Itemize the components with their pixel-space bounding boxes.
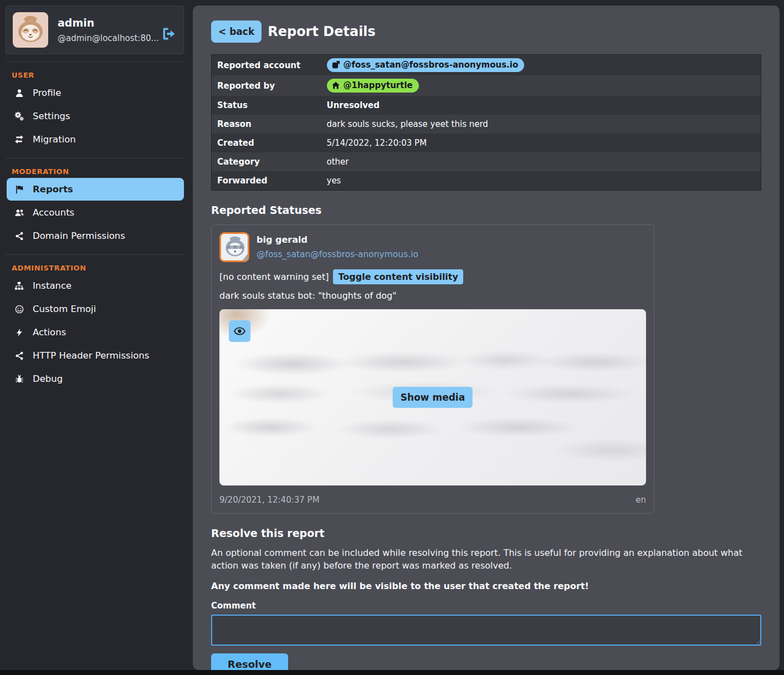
sidebar-item-label: HTTP Header Permissions — [33, 350, 149, 361]
table-row: Reported account @foss_satan@fossbros-an… — [212, 55, 761, 76]
face-smile-icon — [14, 304, 24, 314]
reported-status-card: big gerald @foss_satan@fossbros-anonymou… — [211, 224, 654, 514]
row-label: Reason — [212, 115, 321, 134]
row-value: @1happyturtle — [321, 75, 761, 96]
share-nodes-icon — [14, 351, 24, 360]
sidebar-item-label: Reports — [33, 184, 73, 195]
reported-statuses-heading: Reported Statuses — [211, 204, 761, 216]
back-button[interactable]: < back — [211, 21, 262, 43]
sidebar-item-label: Settings — [33, 111, 70, 121]
sidebar-item-reports[interactable]: Reports — [7, 178, 184, 201]
divider — [6, 254, 184, 255]
home-icon — [332, 81, 340, 89]
resolve-description: An optional comment can be included whil… — [211, 546, 761, 572]
panel-header: < back Report Details — [211, 21, 761, 43]
share-nodes-icon — [14, 231, 24, 241]
forwarded-value: yes — [321, 171, 761, 190]
bolt-icon — [14, 328, 24, 337]
page-footer-strip — [0, 670, 784, 675]
divider — [6, 62, 184, 62]
status-media-blurred[interactable]: Show media — [219, 309, 646, 485]
sidebar-item-label: Debug — [33, 374, 63, 384]
category-value: other — [321, 152, 761, 171]
content-warning-text: [no content warning set] — [219, 272, 329, 282]
sidebar-item-accounts[interactable]: Accounts — [7, 201, 184, 224]
external-link-icon — [332, 61, 340, 69]
sidebar-item-label: Profile — [33, 88, 61, 98]
sidebar-item-label: Custom Emoji — [33, 304, 96, 314]
status-timestamp: 9/20/2021, 12:40:37 PM — [219, 495, 320, 505]
nav-section-user: USER — [12, 71, 184, 79]
user-name: admin — [58, 17, 159, 29]
sidebar: admin @admin@localhost:80... USER Profil… — [0, 0, 193, 670]
comment-input[interactable] — [211, 615, 761, 646]
eye-icon — [233, 325, 246, 338]
reason-value: dark souls sucks, please yeet this nerd — [321, 115, 761, 134]
sidebar-item-custom-emoji[interactable]: Custom Emoji — [7, 298, 184, 320]
avatar — [13, 12, 48, 48]
user-card[interactable]: admin @admin@localhost:80... — [6, 6, 184, 54]
content-warning-row: [no content warning set] Toggle content … — [212, 268, 654, 290]
row-label: Reported by — [212, 75, 321, 96]
status-header: big gerald @foss_satan@fossbros-anonymou… — [212, 225, 654, 268]
table-row: Created 5/14/2022, 12:20:03 PM — [212, 134, 761, 152]
sidebar-item-profile[interactable]: Profile — [7, 81, 184, 104]
sidebar-item-instance[interactable]: Instance — [7, 274, 184, 297]
status-display-name: big gerald — [257, 234, 418, 245]
sidebar-item-label: Actions — [33, 327, 66, 338]
sidebar-item-label: Migration — [33, 134, 76, 145]
sidebar-item-label: Instance — [33, 280, 71, 291]
reported-account-pill[interactable]: @foss_satan@fossbros-anonymous.io — [327, 58, 525, 72]
logout-icon[interactable] — [162, 27, 176, 40]
status-avatar — [219, 232, 249, 262]
table-row: Forwarded yes — [212, 171, 761, 190]
status-footer: 9/20/2021, 12:40:37 PM en — [212, 485, 654, 513]
status-author: big gerald @foss_satan@fossbros-anonymou… — [257, 234, 418, 259]
row-label: Status — [212, 96, 321, 115]
status-language: en — [636, 495, 646, 505]
sidebar-item-actions[interactable]: Actions — [7, 321, 184, 344]
sitemap-icon — [14, 281, 24, 290]
eye-toggle-button[interactable] — [229, 320, 250, 342]
bug-icon — [14, 374, 24, 383]
resolve-warning: Any comment made here will be visible to… — [211, 581, 761, 591]
show-media-button[interactable]: Show media — [393, 387, 473, 408]
sidebar-item-debug[interactable]: Debug — [7, 367, 184, 390]
row-label: Forwarded — [212, 171, 321, 190]
row-label: Created — [212, 134, 321, 152]
users-icon — [14, 208, 24, 217]
divider — [6, 158, 184, 158]
report-details-panel: < back Report Details Reported account @… — [193, 6, 780, 670]
toggle-content-visibility-button[interactable]: Toggle content visibility — [333, 269, 463, 284]
table-row: Status Unresolved — [212, 96, 761, 115]
flag-icon — [14, 185, 24, 194]
status-value: Unresolved — [321, 96, 761, 115]
user-icon — [14, 88, 24, 98]
sidebar-item-label: Accounts — [33, 207, 74, 218]
sidebar-item-settings[interactable]: Settings — [7, 105, 184, 127]
user-handle: @admin@localhost:80... — [58, 33, 159, 43]
status-content-text: dark souls status bot: "thoughts of dog" — [212, 290, 654, 309]
resolve-heading: Resolve this report — [211, 527, 761, 539]
nav-section-administration: ADMINISTRATION — [12, 264, 184, 272]
comment-label: Comment — [211, 601, 761, 611]
sidebar-item-domain-permissions[interactable]: Domain Permissions — [7, 224, 184, 247]
table-row: Reported by @1happyturtle — [212, 75, 761, 96]
created-value: 5/14/2022, 12:20:03 PM — [321, 134, 761, 152]
report-info-table: Reported account @foss_satan@fossbros-an… — [211, 54, 761, 191]
arrows-left-right-icon — [14, 135, 24, 144]
sloth-avatar-image — [221, 234, 249, 262]
nav-section-moderation: MODERATION — [12, 167, 184, 176]
row-label: Reported account — [212, 55, 321, 76]
page-title: Report Details — [268, 24, 376, 39]
user-card-text: admin @admin@localhost:80... — [58, 17, 159, 43]
row-label: Category — [212, 152, 321, 171]
reported-by-pill[interactable]: @1happyturtle — [327, 79, 419, 93]
sidebar-item-label: Domain Permissions — [33, 231, 125, 241]
gears-icon — [14, 111, 24, 121]
sloth-avatar-image — [13, 12, 48, 48]
row-value: @foss_satan@fossbros-anonymous.io — [321, 55, 761, 76]
status-handle-link[interactable]: @foss_satan@fossbros-anonymous.io — [257, 249, 418, 259]
sidebar-item-http-header-permissions[interactable]: HTTP Header Permissions — [7, 344, 184, 367]
sidebar-item-migration[interactable]: Migration — [7, 128, 184, 151]
